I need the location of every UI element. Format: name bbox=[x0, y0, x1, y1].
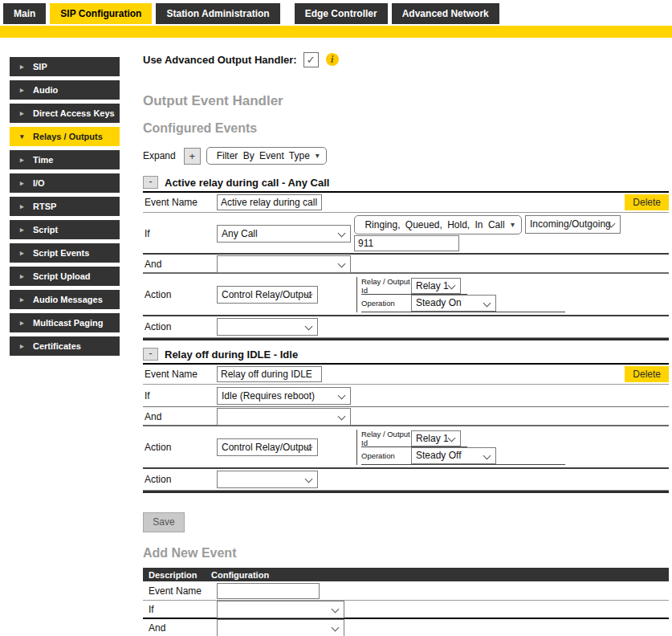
tab-edge-controller[interactable]: Edge Controller bbox=[295, 3, 388, 24]
chevron-down-icon bbox=[448, 434, 456, 442]
sidebar-item-rtsp[interactable]: ▸RTSP bbox=[10, 197, 120, 216]
chevron-right-icon: ▸ bbox=[20, 313, 24, 332]
new-and-row: And bbox=[143, 619, 669, 636]
operation-select[interactable]: Steady On bbox=[411, 295, 496, 312]
and-label: And bbox=[145, 411, 217, 422]
event-name-input[interactable] bbox=[217, 366, 322, 382]
configuration-column-header: Configuration bbox=[211, 570, 269, 580]
event-name-row: Event Name Delete bbox=[143, 193, 669, 213]
yellow-accent-band bbox=[0, 26, 672, 38]
and-select[interactable] bbox=[217, 408, 351, 426]
event-name-row: Event Name Delete bbox=[143, 365, 669, 385]
expand-button[interactable]: + bbox=[184, 148, 201, 165]
if-select[interactable]: Idle (Requires reboot) bbox=[217, 387, 351, 405]
expand-label: Expand bbox=[143, 150, 176, 161]
delete-button[interactable]: Delete bbox=[625, 366, 669, 382]
tab-advanced-network[interactable]: Advanced Network bbox=[392, 3, 499, 24]
main-content: Use Advanced Output Handler: ✓ i Output … bbox=[143, 51, 669, 636]
new-and-select[interactable] bbox=[217, 619, 344, 636]
call-states-multiselect[interactable]: Ringing, Queued, Hold, In Call ▾ bbox=[354, 215, 522, 234]
relay-id-select[interactable]: Relay 1 bbox=[411, 430, 461, 446]
if-details: Ringing, Queued, Hold, In Call ▾ Incomin… bbox=[354, 215, 621, 251]
action2-row: Action bbox=[143, 469, 669, 490]
description-column-header: Description bbox=[143, 570, 211, 580]
sidebar-item-label: I/O bbox=[33, 178, 45, 188]
chevron-right-icon: ▸ bbox=[20, 104, 24, 123]
direction-select[interactable]: Incoming/Outgoing bbox=[525, 215, 621, 234]
operation-select[interactable]: Steady Off bbox=[411, 447, 496, 464]
chevron-right-icon: ▸ bbox=[20, 290, 24, 309]
if-label: If bbox=[145, 228, 217, 239]
chevron-down-icon bbox=[338, 392, 346, 400]
event-name-input[interactable] bbox=[217, 194, 322, 210]
event-block-any-call: - Active relay during call - Any Call Ev… bbox=[143, 176, 669, 340]
chevron-down-icon bbox=[305, 323, 313, 331]
filter-dropdown-value: Filter By Event Type bbox=[217, 150, 310, 161]
if-select[interactable]: Any Call bbox=[217, 225, 351, 243]
relay-output-id-label: Relay / Output Id bbox=[361, 430, 411, 447]
number-input[interactable] bbox=[354, 235, 459, 251]
action-label: Action bbox=[145, 289, 217, 300]
action-select[interactable]: Control Relay/Output bbox=[217, 286, 318, 304]
sidebar-item-relays-outputs[interactable]: ▾Relays / Outputs bbox=[10, 127, 120, 146]
and-select[interactable] bbox=[217, 255, 351, 273]
relay-id-select[interactable]: Relay 1 bbox=[411, 278, 461, 294]
sidebar-item-label: Certificates bbox=[33, 341, 81, 351]
relay-settings-table: Relay / Output Id Relay 1 Operation Stea… bbox=[356, 430, 565, 465]
chevron-down-icon bbox=[332, 624, 340, 632]
sidebar-item-script[interactable]: ▸Script bbox=[10, 220, 120, 239]
add-new-event-heading: Add New Event bbox=[143, 546, 669, 561]
chevron-right-icon: ▸ bbox=[20, 173, 24, 193]
sidebar-item-label: Audio bbox=[33, 85, 58, 95]
sidebar-item-direct-access-keys[interactable]: ▸Direct Access Keys bbox=[10, 104, 120, 123]
event-name-label: Event Name bbox=[149, 585, 217, 597]
sidebar-item-io[interactable]: ▸I/O bbox=[10, 173, 120, 193]
relay-id-value: Relay 1 bbox=[416, 433, 449, 444]
new-event-name-input[interactable] bbox=[217, 583, 320, 599]
collapse-button[interactable]: - bbox=[143, 176, 158, 189]
and-row: And bbox=[143, 256, 669, 274]
chevron-right-icon: ▸ bbox=[20, 57, 24, 76]
chevron-down-icon bbox=[483, 300, 491, 308]
collapse-button[interactable]: - bbox=[143, 348, 158, 361]
event-title-row: - Active relay during call - Any Call bbox=[143, 176, 669, 193]
delete-button[interactable]: Delete bbox=[625, 194, 669, 210]
and-label: And bbox=[149, 622, 217, 634]
action2-select[interactable] bbox=[217, 318, 318, 336]
sidebar-item-label: Script Upload bbox=[33, 271, 91, 281]
new-if-select[interactable] bbox=[217, 601, 344, 618]
tab-sip-configuration[interactable]: SIP Configuration bbox=[50, 3, 152, 24]
chevron-down-icon bbox=[332, 605, 340, 613]
sidebar-item-label: Relays / Outputs bbox=[33, 132, 103, 141]
sidebar-item-certificates[interactable]: ▸Certificates bbox=[10, 336, 120, 356]
advanced-output-row: Use Advanced Output Handler: ✓ i bbox=[143, 51, 669, 67]
page-title: Output Event Handler bbox=[143, 93, 669, 109]
save-button[interactable]: Save bbox=[143, 512, 185, 532]
sidebar-item-label: Time bbox=[33, 155, 53, 165]
sidebar-item-multicast-paging[interactable]: ▸Multicast Paging bbox=[10, 313, 120, 332]
if-label: If bbox=[145, 390, 217, 402]
info-icon[interactable]: i bbox=[326, 53, 339, 66]
chevron-down-icon bbox=[338, 413, 346, 421]
sidebar-item-script-events[interactable]: ▸Script Events bbox=[10, 243, 120, 263]
configured-events-heading: Configured Events bbox=[143, 121, 669, 136]
filter-by-event-type-dropdown[interactable]: Filter By Event Type ▾ bbox=[206, 147, 327, 165]
sidebar-item-label: Script bbox=[33, 225, 58, 234]
action2-row: Action bbox=[143, 316, 669, 337]
sidebar-item-script-upload[interactable]: ▸Script Upload bbox=[10, 267, 120, 286]
and-label: And bbox=[145, 259, 217, 270]
advanced-output-checkbox[interactable]: ✓ bbox=[303, 52, 319, 67]
sidebar-item-label: RTSP bbox=[33, 202, 56, 211]
action-select[interactable]: Control Relay/Output bbox=[217, 438, 318, 456]
action-select-value: Control Relay/Output bbox=[222, 289, 312, 300]
sidebar-item-sip[interactable]: ▸SIP bbox=[10, 57, 120, 76]
action2-select[interactable] bbox=[217, 471, 318, 488]
sidebar-item-audio-messages[interactable]: ▸Audio Messages bbox=[10, 290, 120, 309]
sidebar-item-time[interactable]: ▸Time bbox=[10, 150, 120, 169]
dropdown-arrow-icon: ▾ bbox=[511, 216, 515, 234]
tab-main[interactable]: Main bbox=[3, 3, 46, 24]
sidebar-item-audio[interactable]: ▸Audio bbox=[10, 80, 120, 100]
chevron-right-icon: ▸ bbox=[20, 150, 24, 169]
tab-station-administration[interactable]: Station Administration bbox=[156, 3, 279, 24]
action-select-value: Control Relay/Output bbox=[222, 442, 312, 453]
